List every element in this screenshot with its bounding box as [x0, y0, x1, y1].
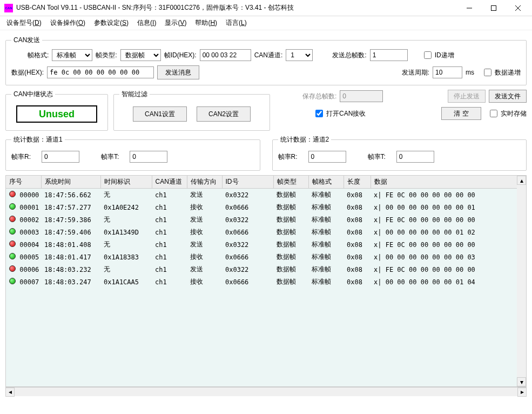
th-timemark[interactable]: 时间标识: [100, 176, 152, 189]
menubar: 设备型号(D)设备操作(O)参数设定(S)信息(I)显示(V)帮助(H)语言(L…: [0, 16, 532, 30]
menu-h[interactable]: 帮助(H): [192, 17, 220, 29]
cell-id: 0x0666: [222, 201, 273, 213]
status-dot-icon: [9, 241, 16, 247]
cell-data: x| 00 00 00 00 00 00 00 01: [371, 201, 527, 213]
table-row[interactable]: 0000218:47:59.386无ch1发送0x0322数据帧标准帧0x08x…: [6, 213, 527, 226]
menu-i[interactable]: 信息(I): [134, 17, 159, 29]
filter-group: 智能过滤 CAN1设置 CAN2设置: [113, 90, 270, 131]
vertical-scrollbar[interactable]: ▴ ▾: [517, 176, 526, 386]
realtime-save-checkbox[interactable]: [490, 110, 497, 117]
menu-s[interactable]: 参数设定(S): [91, 17, 132, 29]
table-row[interactable]: 0000718:48:03.2470x1A1CAA5ch1接收0x0666数据帧…: [6, 276, 527, 288]
ch1-rate-r-input[interactable]: [42, 151, 79, 163]
cell-len: 0x08: [344, 213, 371, 226]
log-table-container[interactable]: 序号 系统时间 时间标识 CAN通道 传输方向 ID号 帧类型 帧格式 长度 数…: [5, 175, 527, 387]
data-hex-input[interactable]: [47, 66, 154, 78]
maximize-button[interactable]: [481, 0, 506, 16]
window-title: USB-CAN Tool V9.11 - USBCAN-II - SN:序列号：…: [16, 3, 457, 12]
cell-len: 0x08: [344, 201, 371, 213]
cell-id: 0x0666: [222, 276, 273, 288]
relay-status-value: Unused: [16, 105, 97, 123]
th-id[interactable]: ID号: [222, 176, 273, 189]
right-controls: 保存总帧数: 停止发送 发送文件 打开CAN接收 清 空 实时存储: [275, 88, 527, 133]
can-send-legend: CAN发送: [11, 36, 42, 45]
app-icon: CAN: [4, 4, 13, 12]
cell-timemark: 无: [100, 238, 152, 251]
cell-dir: 接收: [187, 276, 222, 288]
horizontal-scrollbar[interactable]: ◂ ▸: [5, 387, 527, 396]
th-seq[interactable]: 序号: [6, 176, 41, 189]
ch2-rate-r-label: 帧率R:: [278, 152, 298, 162]
scroll-left-icon[interactable]: ◂: [5, 388, 15, 397]
table-row[interactable]: 0000418:48:01.408无ch1发送0x0322数据帧标准帧0x08x…: [6, 238, 527, 251]
cell-ffmt: 标准帧: [308, 201, 344, 213]
scroll-up-icon[interactable]: ▴: [517, 176, 526, 185]
cell-chan: ch1: [152, 213, 187, 226]
cell-data: x| FE 0C 00 00 00 00 00 00: [371, 238, 527, 251]
cell-ffmt: 标准帧: [308, 263, 344, 276]
cell-timemark: 0x1A1CAA5: [100, 276, 152, 288]
status-dot-icon: [9, 228, 16, 235]
th-ftype[interactable]: 帧类型: [273, 176, 308, 189]
minimize-button[interactable]: [457, 0, 481, 16]
close-button[interactable]: [506, 0, 530, 16]
cell-id: 0x0322: [222, 263, 273, 276]
cell-dir: 接收: [187, 201, 222, 213]
stats-ch2-group: 统计数据：通道2 帧率R: 帧率T:: [272, 135, 527, 171]
menu-o[interactable]: 设备操作(O): [47, 17, 89, 29]
frame-type-select[interactable]: 数据帧: [120, 49, 161, 61]
cell-ftype: 数据帧: [273, 189, 308, 202]
data-increment-label: 数据递增: [495, 68, 521, 77]
cell-ftype: 数据帧: [273, 213, 308, 226]
can1-settings-button[interactable]: CAN1设置: [133, 106, 187, 122]
can2-settings-button[interactable]: CAN2设置: [197, 106, 251, 122]
ch2-rate-r-input[interactable]: [308, 151, 346, 163]
svg-rect-1: [491, 5, 496, 10]
total-frames-input[interactable]: [370, 49, 408, 61]
menu-l[interactable]: 语言(L): [223, 17, 250, 29]
th-dir[interactable]: 传输方向: [187, 176, 222, 189]
ch2-rate-t-input[interactable]: [396, 151, 434, 163]
ch2-rate-t-label: 帧率T:: [368, 152, 386, 162]
cell-data: x| FE 0C 00 00 00 00 00 00: [371, 189, 527, 202]
can-channel-select[interactable]: 1: [286, 49, 313, 61]
send-message-button[interactable]: 发送消息: [157, 65, 199, 79]
menu-v[interactable]: 显示(V): [161, 17, 190, 29]
cell-ftype: 数据帧: [273, 276, 308, 288]
cell-len: 0x08: [344, 263, 371, 276]
cell-systime: 18:47:59.406: [41, 226, 100, 238]
th-ffmt[interactable]: 帧格式: [308, 176, 344, 189]
clear-button[interactable]: 清 空: [441, 107, 481, 120]
th-chan[interactable]: CAN通道: [152, 176, 187, 189]
scroll-down-icon[interactable]: ▾: [517, 377, 526, 386]
menu-d[interactable]: 设备型号(D): [3, 17, 45, 29]
table-row[interactable]: 0000318:47:59.4060x1A1349Dch1接收0x0666数据帧…: [6, 226, 527, 238]
data-increment-checkbox[interactable]: [484, 69, 491, 76]
cell-ffmt: 标准帧: [308, 213, 344, 226]
id-increment-checkbox[interactable]: [424, 51, 432, 59]
open-can-recv-checkbox[interactable]: [315, 110, 323, 117]
table-row[interactable]: 0000518:48:01.4170x1A18383ch1接收0x0666数据帧…: [6, 251, 527, 263]
cell-data: x| 00 00 00 00 00 00 01 02: [371, 226, 527, 238]
send-file-button[interactable]: 发送文件: [489, 90, 527, 103]
ch1-rate-t-input[interactable]: [130, 151, 167, 163]
send-period-input[interactable]: [433, 66, 462, 78]
cell-dir: 发送: [187, 263, 222, 276]
th-systime[interactable]: 系统时间: [41, 176, 100, 189]
th-len[interactable]: 长度: [344, 176, 371, 189]
cell-dir: 接收: [187, 251, 222, 263]
frame-format-select[interactable]: 标准帧: [52, 49, 92, 61]
scroll-right-icon[interactable]: ▸: [517, 388, 527, 397]
cell-dir: 发送: [187, 213, 222, 226]
cell-ffmt: 标准帧: [308, 251, 344, 263]
table-row[interactable]: 0000618:48:03.232无ch1发送0x0322数据帧标准帧0x08x…: [6, 263, 527, 276]
table-row[interactable]: 0000018:47:56.662无ch1发送0x0322数据帧标准帧0x08x…: [6, 189, 527, 202]
open-can-recv-label: 打开CAN接收: [326, 109, 366, 118]
cell-chan: ch1: [152, 238, 187, 251]
th-data[interactable]: 数据: [371, 176, 527, 189]
table-row[interactable]: 0000118:47:57.2770x1A0E242ch1接收0x0666数据帧…: [6, 201, 527, 213]
status-dot-icon: [9, 265, 16, 272]
status-dot-icon: [9, 191, 16, 197]
frame-id-input[interactable]: [200, 49, 251, 61]
cell-ftype: 数据帧: [273, 226, 308, 238]
